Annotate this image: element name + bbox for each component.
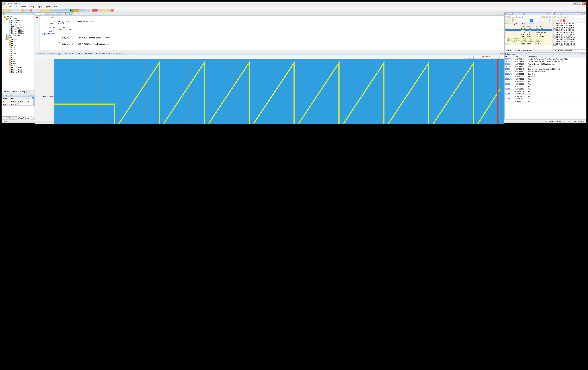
tree-node[interactable]: DMA1 <box>2 61 34 63</box>
undo-icon[interactable] <box>34 9 37 11</box>
stepinto-icon[interactable] <box>82 9 84 11</box>
maximize-button[interactable]: ▭ <box>577 2 581 5</box>
menu-view[interactable]: View <box>14 6 20 8</box>
close-icon[interactable]: ✕ <box>583 53 585 55</box>
mem-w-icon[interactable] <box>560 20 562 22</box>
close-tab-icon[interactable]: ✕ <box>502 13 503 15</box>
menu-project[interactable]: Project <box>20 6 27 8</box>
tree-node[interactable]: ADC1 <box>2 40 34 42</box>
tree-node[interactable]: ADC2 <box>2 42 34 44</box>
saveall-icon[interactable] <box>14 9 17 11</box>
dbgout-row[interactable]: 08002...10:46:47:474Run <box>504 93 586 95</box>
zoom-sel-icon[interactable] <box>480 56 483 59</box>
tree-node[interactable]: Memory View <box>2 28 34 30</box>
pin-icon[interactable]: 📌 <box>499 53 501 55</box>
cfg-icon[interactable] <box>111 9 114 11</box>
paste-icon[interactable] <box>27 9 30 11</box>
goto-end-icon[interactable] <box>500 56 503 59</box>
tree-node[interactable]: DBG <box>2 57 34 59</box>
reg-icon[interactable] <box>108 9 111 11</box>
stepout-icon[interactable] <box>85 9 87 11</box>
cursor-dropdown-icon[interactable]: ▾ <box>489 56 490 59</box>
tree-node[interactable]: Code View <box>2 22 34 24</box>
run-icon[interactable]: ▶ <box>70 9 73 11</box>
tree-node[interactable]: CAN2 <box>2 48 34 51</box>
editor-gutter[interactable] <box>35 16 40 50</box>
link-icon[interactable] <box>66 9 69 11</box>
close-icon[interactable]: ✕ <box>501 53 503 55</box>
code-area[interactable]: Display(); diff = config_point - ADC3Con… <box>40 16 504 50</box>
memory-search-input[interactable] <box>557 16 584 19</box>
stepover-icon[interactable] <box>79 9 82 11</box>
dbgout-row[interactable]: 08002...10:47:15:570Run <box>504 98 586 100</box>
tree-node[interactable]: CAN1 <box>2 46 34 48</box>
pin-icon[interactable]: 📌 <box>30 13 32 15</box>
goto-icon[interactable] <box>505 16 508 19</box>
dbgout-row[interactable]: 080030...10:37:58:664Stop on code breakp… <box>504 70 586 73</box>
dbgout-row[interactable]: 080030...10:37:45:591Emulation Memory cl… <box>504 60 586 63</box>
tree-node[interactable]: -Data Dump <box>2 18 34 20</box>
menu-edit[interactable]: Edit <box>8 6 13 8</box>
disasm-col-mn[interactable]: Mnemonic <box>527 23 552 25</box>
tree-node[interactable]: Registers View <box>2 24 34 26</box>
memory-row[interactable]: 00000050: 5D 30 00 08 5D 30 <box>553 41 586 42</box>
pan-icon[interactable] <box>491 56 493 59</box>
editor-hscroll[interactable] <box>35 50 504 52</box>
next-tab-icon[interactable]: ▷ <box>500 13 501 15</box>
dbgout-col-time[interactable]: Time <box>514 55 527 58</box>
disasm-row[interactable]: 080...03F...ANDR3, R3, #0x1 <box>504 35 552 37</box>
memory-body[interactable]: 00000000: 00 00 02 20 19 3000000008: 45 … <box>553 23 586 50</box>
new-icon[interactable] <box>2 9 5 11</box>
zoom-in-icon[interactable] <box>467 56 470 59</box>
disasm-row[interactable]: 080...D318ADDR3, R2, R3 <box>504 25 552 27</box>
save2-icon[interactable] <box>549 16 551 19</box>
dbgout-row[interactable]: 08002...10:39:03:232Run <box>504 83 586 85</box>
menu-plugins[interactable]: Plugins <box>36 6 43 8</box>
prev-tab-icon[interactable]: ◁ <box>498 13 500 15</box>
memory-row[interactable]: 00000058: 5D 30 00 08 5D 30 <box>553 42 586 44</box>
disasm-row[interactable]: 080...1B88LDRHR3, [R3, #0x... <box>504 27 552 29</box>
cursor-select[interactable]: cursor1 <box>483 56 489 59</box>
disasm-search-input[interactable] <box>512 16 540 19</box>
tab-project[interactable]: Project <box>2 90 10 93</box>
tree-node[interactable]: Ethernet_MMC <box>2 71 34 73</box>
watch-icon[interactable] <box>102 9 105 11</box>
zoom-cancel-icon[interactable] <box>473 56 476 59</box>
memory-row[interactable]: 00000040: 5D 30 00 08 5D 30 <box>553 37 586 39</box>
compile-icon[interactable] <box>57 9 60 11</box>
dbgout-row[interactable]: 080030...10:37:54:218Program loaded in 8… <box>504 63 586 65</box>
tree-node[interactable]: FPU Registers View <box>2 26 34 28</box>
close-icon[interactable]: ✕ <box>32 94 34 96</box>
view2-icon[interactable] <box>508 20 511 22</box>
window-icon[interactable] <box>99 9 102 11</box>
memory-row[interactable]: 00000038: 89 24 00 08 95 24 <box>553 35 586 37</box>
disasm-row[interactable]: 080...3B69LDRR3, [R7, #0x10] <box>504 31 552 33</box>
tree-node[interactable]: DMA2 <box>2 63 34 65</box>
watch-row[interactable]: duty_c...0x0042 (66)d... <box>2 103 34 106</box>
tab-globals[interactable]: Globals <box>10 90 19 93</box>
dbgout-row[interactable]: 08002...10:41:35:286Stop <box>504 85 586 88</box>
mem-r-icon[interactable] <box>563 20 566 22</box>
copy-icon[interactable] <box>24 9 27 11</box>
tree-node[interactable]: Main Registers <box>2 34 34 36</box>
dbgout-row[interactable]: 08002...10:44:59:257Run <box>504 88 586 90</box>
search-dropdown-icon[interactable]: ▾ <box>541 16 542 18</box>
watch-col-e[interactable]: E... <box>27 97 31 100</box>
zoom-fit-icon[interactable] <box>464 56 466 59</box>
redo-icon[interactable] <box>37 9 40 11</box>
dropdown-icon[interactable]: ▾ <box>558 20 559 22</box>
runto-icon[interactable] <box>88 9 90 11</box>
menu-debug[interactable]: Debug <box>28 6 35 8</box>
dbgout-row[interactable]: 080030...10:37:58:648Stop on code breakp… <box>504 68 586 70</box>
close-icon[interactable]: ✕ <box>549 13 551 15</box>
dbgout-col-pc[interactable]: PC <box>504 55 514 58</box>
view1-icon[interactable] <box>505 20 508 22</box>
mem-icon[interactable] <box>105 9 108 11</box>
memory-row[interactable]: 00000030: 7D 24 00 08 00 00 <box>553 33 586 35</box>
dbgout-row[interactable]: 08002...10:45:49:162Stop <box>504 90 586 93</box>
dbgout-row[interactable]: 080030...10:37:55:590Run <box>504 65 586 68</box>
tree-node[interactable]: Ethernet_DMA <box>2 67 34 69</box>
dbgout-row[interactable]: 08001F...10:38:30:254Step Over <box>504 75 586 78</box>
tree-node[interactable]: Ethernet_MAC <box>2 69 34 71</box>
dbgout-row[interactable]: 08002...10:48:12:183Stop <box>504 100 586 103</box>
